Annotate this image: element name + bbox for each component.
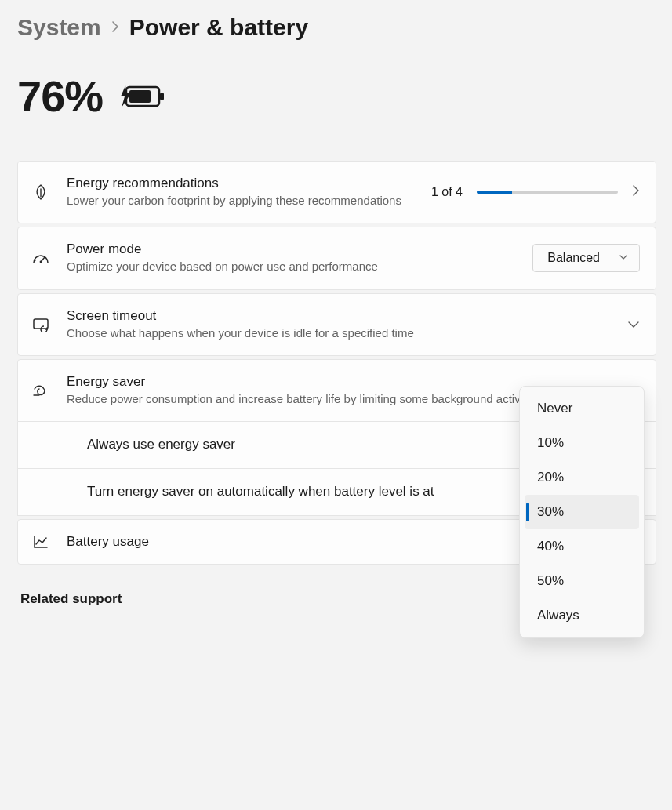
chart-icon: [31, 535, 51, 549]
recommendation-count: 1 of 4: [431, 185, 463, 199]
power-mode-select[interactable]: Balanced: [532, 244, 640, 272]
dropdown-option[interactable]: 30%: [525, 495, 639, 529]
card-title: Screen timeout: [67, 308, 612, 324]
battery-charging-icon: [117, 81, 165, 112]
dropdown-option[interactable]: Always: [525, 598, 639, 633]
dropdown-option[interactable]: Never: [525, 391, 639, 426]
chevron-down-icon: [619, 252, 628, 263]
chevron-down-icon: [627, 318, 640, 332]
gauge-icon: [31, 251, 51, 265]
select-value: Balanced: [547, 251, 600, 265]
battery-percent: 76%: [17, 71, 103, 122]
battery-level-row: 76%: [17, 71, 656, 122]
svg-line-4: [41, 257, 45, 262]
page-title: Power & battery: [129, 14, 308, 41]
energy-saver-group: Energy saver Reduce power consumption an…: [17, 359, 656, 516]
svg-point-6: [38, 256, 39, 258]
svg-rect-2: [129, 90, 151, 103]
card-desc: Lower your carbon footprint by applying …: [67, 193, 416, 209]
breadcrumb-parent[interactable]: System: [17, 14, 101, 41]
card-desc: Choose what happens when your device is …: [67, 325, 612, 341]
dropdown-option[interactable]: 40%: [525, 529, 639, 564]
card-title: Power mode: [67, 242, 517, 257]
svg-rect-1: [160, 93, 164, 100]
recommendation-progress: [477, 191, 618, 194]
svg-rect-8: [34, 319, 48, 329]
dropdown-option[interactable]: 50%: [525, 564, 639, 598]
card-desc: Optimize your device based on power use …: [67, 259, 517, 274]
energy-recommendations-card[interactable]: Energy recommendations Lower your carbon…: [17, 161, 656, 223]
dropdown-option[interactable]: 10%: [525, 426, 639, 460]
svg-point-5: [35, 260, 36, 262]
card-title: Energy recommendations: [67, 176, 416, 191]
breadcrumb: System Power & battery: [17, 14, 656, 41]
energy-saver-threshold-dropdown[interactable]: Never10%20%30%40%50%Always: [519, 386, 645, 638]
chevron-right-icon: [632, 184, 640, 200]
chevron-right-icon: [111, 19, 120, 37]
svg-point-7: [42, 256, 44, 258]
screen-timeout-card[interactable]: Screen timeout Choose what happens when …: [17, 293, 656, 356]
progress-fill: [477, 191, 512, 194]
leaf-icon: [31, 183, 51, 201]
screen-icon: [31, 318, 51, 332]
dropdown-option[interactable]: 20%: [525, 460, 639, 495]
power-mode-card: Power mode Optimize your device based on…: [17, 227, 656, 289]
energy-saver-icon: [31, 383, 51, 398]
